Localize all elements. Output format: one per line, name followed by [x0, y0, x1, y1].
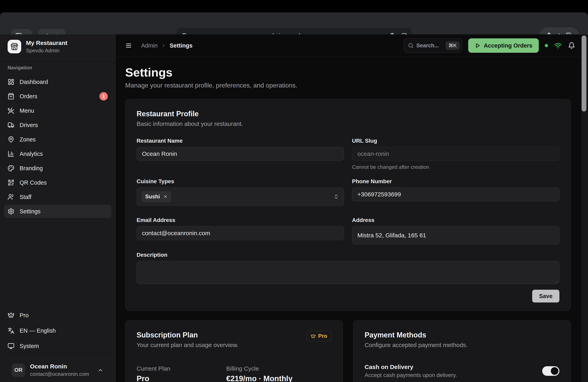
menu-icon[interactable]	[125, 42, 132, 49]
address-field[interactable]	[352, 226, 559, 245]
address-label: Address	[352, 217, 559, 223]
languages-icon	[8, 327, 14, 334]
workspace-subtitle: Spevdo Admin	[26, 48, 67, 54]
pro-plan-badge: Pro	[306, 331, 331, 342]
workspace-header[interactable]: My Restaurant Spevdo Admin	[0, 34, 115, 59]
nav-section-label: Navigation	[0, 59, 115, 71]
chevrons-up-down-icon	[333, 194, 339, 199]
sidebar-item-branding[interactable]: Branding	[4, 162, 111, 175]
cuisine-chip: Sushi	[142, 191, 171, 202]
map-pin-icon	[8, 136, 14, 143]
restaurant-name-label: Restaurant Name	[137, 138, 344, 144]
qr-code-icon	[8, 179, 14, 186]
orders-count-badge: 1	[99, 92, 108, 100]
toggle-knob	[551, 367, 558, 375]
page-title: Settings	[125, 67, 571, 78]
sidebar-item-settings[interactable]: Settings	[4, 205, 111, 218]
billing-cycle-label: Billing Cycle	[226, 365, 316, 372]
macos-titlebar	[0, 0, 588, 12]
dashboard-icon	[8, 78, 14, 85]
scrollbar-thumb[interactable]	[582, 36, 587, 112]
cuisine-types-select[interactable]: Sushi	[137, 187, 344, 206]
breadcrumb-admin[interactable]: Admin	[141, 42, 158, 49]
play-icon	[475, 42, 481, 49]
cash-on-delivery-label: Cash on Delivery	[365, 364, 457, 370]
billing-cycle-value: €219/mo · Monthly	[226, 374, 316, 382]
wifi-icon	[554, 41, 562, 50]
card-title: Restaurant Profile	[137, 110, 559, 118]
crown-icon	[311, 334, 316, 339]
online-status-dot	[545, 44, 548, 47]
sidebar-item-staff[interactable]: Staff	[4, 191, 111, 204]
plan-button[interactable]: Pro	[4, 308, 111, 323]
search-placeholder: Search...	[416, 42, 439, 49]
theme-button[interactable]: System	[4, 339, 111, 353]
sidebar-item-drivers[interactable]: Drivers	[4, 118, 111, 132]
sidebar-item-zones[interactable]: Zones	[4, 133, 111, 146]
bell-icon[interactable]	[568, 42, 575, 49]
breadcrumb-settings: Settings	[169, 42, 192, 49]
phone-number-label: Phone Number	[352, 178, 559, 185]
storefront-icon	[11, 43, 18, 50]
users-icon	[8, 194, 14, 200]
current-plan-value: Pro	[137, 374, 226, 382]
admin-app: My Restaurant Spevdo Admin Navigation Da…	[0, 34, 588, 382]
url-slug-label: URL Slug	[352, 138, 559, 144]
card-subtitle: Basic information about your restaurant.	[137, 120, 559, 127]
email-address-field[interactable]	[137, 226, 344, 240]
top-bar: Admin Settings Search... ⌘K Accepting Or…	[116, 34, 588, 57]
language-button[interactable]: EN — English	[4, 324, 111, 338]
save-button[interactable]: Save	[532, 290, 559, 303]
avatar: OR	[12, 363, 25, 377]
search-icon	[408, 43, 414, 48]
restaurant-profile-card: Restaurant Profile Basic information abo…	[125, 99, 571, 311]
crown-icon	[8, 312, 14, 319]
phone-number-field[interactable]	[352, 187, 559, 201]
email-address-label: Email Address	[137, 217, 344, 223]
restaurant-name-field[interactable]	[137, 147, 344, 161]
search-input[interactable]: Search... ⌘K	[404, 38, 462, 53]
sidebar-item-dashboard[interactable]: Dashboard	[4, 75, 111, 89]
sidebar-footer: Pro EN — English System OR Ocean Ronin c…	[0, 308, 115, 382]
settings-page: Settings Manage your restaurant profile,…	[116, 57, 588, 382]
search-shortcut-badge: ⌘K	[446, 41, 459, 50]
card-title: Subscription Plan	[137, 331, 238, 339]
accepting-orders-button[interactable]: Accepting Orders	[468, 38, 539, 53]
bar-chart-icon	[8, 151, 14, 157]
url-slug-field	[352, 147, 559, 161]
page-subtitle: Manage your restaurant profile, preferen…	[125, 82, 571, 89]
workspace-name: My Restaurant	[26, 39, 67, 46]
chevron-up-icon	[97, 367, 104, 373]
palette-icon	[8, 165, 14, 172]
current-plan-label: Current Plan	[137, 365, 226, 372]
browser-toolbar: admin.spevdo.gr	[0, 12, 588, 34]
shopping-bag-icon	[8, 93, 14, 100]
primary-nav: Dashboard Orders 1 Menu Drivers Zones	[0, 71, 115, 219]
utensils-icon	[8, 107, 14, 114]
cash-on-delivery-toggle[interactable]	[542, 366, 559, 376]
sidebar-item-qr-codes[interactable]: QR Codes	[4, 176, 111, 189]
card-subtitle: Configure accepted payment methods.	[365, 342, 559, 348]
description-field[interactable]	[137, 261, 559, 284]
sidebar-item-orders[interactable]: Orders 1	[4, 90, 111, 103]
main-area: Admin Settings Search... ⌘K Accepting Or…	[116, 34, 588, 382]
user-email: contact@oceanronin.com	[30, 371, 89, 377]
card-title: Payment Methods	[365, 331, 559, 339]
truck-icon	[8, 122, 14, 129]
card-subtitle: Your current plan and usage overview.	[137, 342, 238, 348]
description-label: Description	[137, 252, 559, 258]
sidebar-item-analytics[interactable]: Analytics	[4, 147, 111, 160]
user-name: Ocean Ronin	[30, 363, 89, 370]
remove-chip-icon[interactable]	[163, 194, 168, 199]
sidebar-item-menu[interactable]: Menu	[4, 104, 111, 117]
url-slug-hint: Cannot be changed after creation	[352, 164, 559, 170]
cuisine-types-label: Cuisine Types	[137, 178, 344, 185]
monitor-icon	[8, 343, 14, 349]
user-menu[interactable]: OR Ocean Ronin contact@oceanronin.com	[4, 359, 111, 382]
gear-icon	[8, 208, 14, 215]
sidebar: My Restaurant Spevdo Admin Navigation Da…	[0, 34, 116, 382]
breadcrumb: Admin Settings	[141, 42, 193, 49]
restaurant-logo	[8, 40, 21, 53]
cash-on-delivery-description: Accept cash payments upon delivery.	[365, 372, 457, 378]
chevron-right-icon	[161, 43, 166, 48]
